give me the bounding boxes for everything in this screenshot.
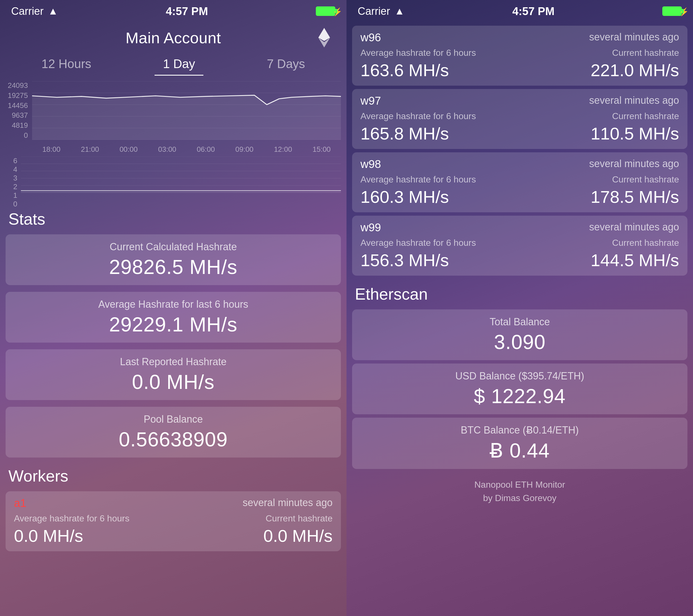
stat-card-2: Last Reported Hashrate 0.0 MH/s: [5, 349, 341, 400]
y-label-2: 14456: [5, 101, 28, 110]
status-bar-right: Carrier ▲ 4:57 PM ⚡: [346, 0, 693, 22]
stat-value-0: 29826.5 MH/s: [14, 256, 333, 278]
x-label-5: 09:00: [235, 145, 254, 154]
x-label-1: 21:00: [81, 145, 99, 154]
worker-time-right-w98: several minutes ago: [589, 158, 679, 171]
worker-time-right-w99: several minutes ago: [589, 221, 679, 234]
worker-stats-right-w97: Average hashrate for 6 hours 165.8 MH/s …: [360, 111, 679, 143]
tab-12hours[interactable]: 12 Hours: [33, 53, 100, 76]
wifi-icon-right: ▲: [395, 5, 404, 17]
x-label-3: 03:00: [158, 145, 176, 154]
chart-y-axis: 24093 19275 14456 9637 4819 0: [5, 81, 31, 140]
y-label-4: 4819: [5, 121, 28, 130]
y2-label-2: 3: [5, 174, 17, 182]
worker-card-right-w97: w97 several minutes ago Average hashrate…: [352, 89, 688, 149]
worker-cur-right-w99: Current hashrate 144.5 MH/s: [520, 238, 679, 270]
etherscan-section-label: Etherscan: [346, 279, 693, 306]
worker-header-right-w96: w96 several minutes ago: [360, 31, 679, 44]
battery-bolt-right: ⚡: [679, 7, 689, 17]
worker-stats-right-w98: Average hashrate for 6 hours 160.3 MH/s …: [360, 174, 679, 207]
worker-stats-right-w96: Average hashrate for 6 hours 163.6 MH/s …: [360, 48, 679, 80]
battery-icon-left: ⚡: [316, 6, 335, 16]
worker-cur-right-w96: Current hashrate 221.0 MH/s: [520, 48, 679, 80]
worker-name-right-w96: w96: [360, 31, 381, 44]
etherscan-card-1: USD Balance ($395.74/ETH) $ 1222.94: [352, 363, 688, 414]
status-icons-right: ⚡: [662, 6, 682, 16]
worker-avg-stat-a1: Average hashrate for 6 hours 0.0 MH/s: [14, 513, 173, 546]
worker-avg-right-w99: Average hashrate for 6 hours 156.3 MH/s: [360, 238, 520, 270]
main-chart-area: 24093 19275 14456 9637 4819 0 18:00 21:0…: [5, 81, 341, 154]
worker-card-right-w99: w99 several minutes ago Average hashrate…: [352, 216, 688, 276]
footer-text: Nanopool ETH Monitor by Dimas Gorevoy: [346, 472, 693, 513]
stat-card-0: Current Calculated Hashrate 29826.5 MH/s: [5, 234, 341, 285]
battery-bolt-left: ⚡: [333, 7, 342, 17]
x-label-7: 15:00: [313, 145, 331, 154]
y-label-0: 24093: [5, 81, 28, 90]
status-bar-left: Carrier ▲ 4:57 PM ⚡: [0, 0, 346, 22]
carrier-text-left: Carrier: [11, 5, 43, 17]
worker-time-right-w96: several minutes ago: [589, 31, 679, 44]
worker-cur-stat-a1: Current hashrate 0.0 MH/s: [173, 513, 333, 546]
stat-card-1: Average Hashrate for last 6 hours 29229.…: [5, 292, 341, 343]
worker-avg-right-w98: Average hashrate for 6 hours 160.3 MH/s: [360, 174, 520, 207]
worker-name-right-w98: w98: [360, 158, 381, 171]
chart-y2-axis: 6 4 3 2 1 0: [5, 157, 20, 193]
carrier-text-right: Carrier: [358, 5, 390, 17]
app-title: Main Account: [125, 29, 221, 47]
etherscan-label-2: BTC Balance (Ƀ0.14/ETH): [360, 424, 679, 436]
chart-x-axis: 18:00 21:00 00:00 03:00 06:00 09:00 12:0…: [32, 145, 341, 154]
tab-1day[interactable]: 1 Day: [155, 53, 203, 76]
svg-marker-15: [21, 191, 341, 193]
worker-card-right-w96: w96 several minutes ago Average hashrate…: [352, 26, 688, 86]
x-label-6: 12:00: [274, 145, 292, 154]
etherscan-value-1: $ 1222.94: [360, 385, 679, 408]
worker-time-a1: several minutes ago: [243, 497, 333, 510]
y2-label-0: 6: [5, 157, 17, 165]
etherscan-container: Total Balance 3.090 USD Balance ($395.74…: [346, 306, 693, 472]
worker-avg-value-a1: 0.0 MH/s: [14, 526, 173, 546]
x-label-0: 18:00: [42, 145, 61, 154]
stat-value-3: 0.56638909: [14, 428, 333, 451]
etherscan-card-0: Total Balance 3.090: [352, 310, 688, 360]
worker-avg-right-w96: Average hashrate for 6 hours 163.6 MH/s: [360, 48, 520, 80]
time-right: 4:57 PM: [512, 5, 554, 18]
worker-name-right-w97: w97: [360, 95, 381, 107]
stats-section-label: Stats: [0, 204, 346, 231]
worker-avg-right-w97: Average hashrate for 6 hours 165.8 MH/s: [360, 111, 520, 143]
worker-header-right-w97: w97 several minutes ago: [360, 95, 679, 107]
worker-cur-value-a1: 0.0 MH/s: [173, 526, 333, 546]
carrier-left: Carrier ▲: [11, 5, 58, 17]
stat-label-1: Average Hashrate for last 6 hours: [14, 299, 333, 310]
x-label-2: 00:00: [119, 145, 138, 154]
y-label-1: 19275: [5, 91, 28, 100]
mini-chart-area: 6 4 3 2 1 0: [5, 157, 341, 201]
worker-header-right-w99: w99 several minutes ago: [360, 221, 679, 234]
battery-icon-right: ⚡: [662, 6, 682, 16]
y-label-5: 0: [5, 131, 28, 140]
wifi-icon-left: ▲: [48, 5, 58, 17]
y2-label-3: 2: [5, 182, 17, 191]
status-icons-left: ⚡: [316, 6, 335, 16]
worker-cur-right-w97: Current hashrate 110.5 MH/s: [520, 111, 679, 143]
left-panel: Carrier ▲ 4:57 PM ⚡ Main Account 12 Hour…: [0, 0, 346, 616]
worker-name-a1: a1: [14, 497, 26, 510]
etherscan-label-0: Total Balance: [360, 316, 679, 328]
etherscan-card-2: BTC Balance (Ƀ0.14/ETH) Ƀ 0.44: [352, 418, 688, 469]
eth-logo: [316, 28, 333, 47]
time-tabs: 12 Hours 1 Day 7 Days: [0, 53, 346, 76]
worker-card-a1: a1 several minutes ago Average hashrate …: [5, 491, 341, 551]
worker-cur-label-a1: Current hashrate: [173, 513, 333, 524]
y-label-3: 9637: [5, 111, 28, 120]
app-header: Main Account: [0, 22, 346, 53]
right-workers-container: w96 several minutes ago Average hashrate…: [346, 22, 693, 279]
y2-label-4: 1: [5, 191, 17, 200]
worker-avg-label-a1: Average hashrate for 6 hours: [14, 513, 173, 524]
svg-marker-8: [32, 95, 341, 140]
worker-stats-right-w99: Average hashrate for 6 hours 156.3 MH/s …: [360, 238, 679, 270]
worker-header-a1: a1 several minutes ago: [14, 497, 333, 510]
worker-stats-a1: Average hashrate for 6 hours 0.0 MH/s Cu…: [14, 513, 333, 546]
hashrate-chart-svg: [32, 81, 341, 140]
tab-7days[interactable]: 7 Days: [258, 53, 313, 76]
y2-label-5: 0: [5, 200, 17, 208]
time-left: 4:57 PM: [166, 5, 208, 18]
